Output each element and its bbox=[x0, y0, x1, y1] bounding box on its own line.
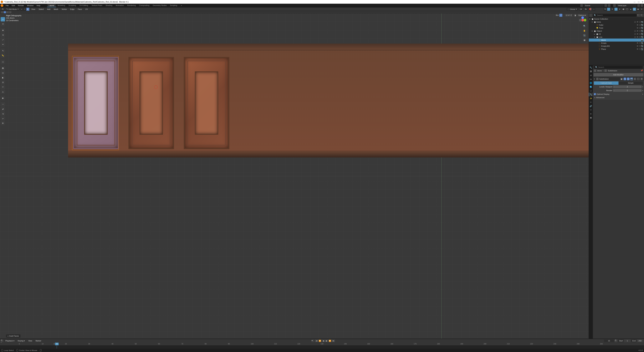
face-select-button[interactable]: ◧ bbox=[26, 8, 29, 11]
hide-toggle[interactable]: 👁 bbox=[636, 42, 639, 44]
outliner-search-input[interactable] bbox=[597, 14, 636, 16]
menu-render[interactable]: Render bbox=[16, 4, 25, 7]
render-toggle[interactable]: 📷 bbox=[641, 27, 643, 29]
tab-world[interactable]: 🌎 bbox=[589, 85, 593, 89]
menu-mesh[interactable]: Mesh bbox=[52, 8, 60, 10]
tab-material[interactable]: ● bbox=[589, 112, 593, 116]
pan-button[interactable]: ✋ bbox=[583, 29, 586, 32]
end-frame-field[interactable]: 250 bbox=[636, 340, 643, 342]
viewlayer-new-icon[interactable] bbox=[637, 4, 640, 7]
menu-vertex[interactable]: Vertex bbox=[60, 8, 68, 10]
workspace-tab-compositing[interactable]: Compositing bbox=[138, 4, 151, 7]
viewlayer-name-field[interactable]: ViewLayer bbox=[616, 4, 636, 7]
menu-edge[interactable]: Edge bbox=[69, 8, 76, 10]
workspace-tab-animation[interactable]: Animation bbox=[114, 4, 126, 7]
render-levels-field[interactable]: ‹ 2 › bbox=[613, 89, 642, 92]
vertex-select-button[interactable]: ▪ bbox=[20, 8, 23, 11]
maximize-button[interactable]: ▢ bbox=[638, 1, 640, 3]
workspace-tab-texture-paint[interactable]: Texture Paint bbox=[90, 4, 104, 7]
mod-cage-toggle[interactable]: ▣ bbox=[620, 78, 623, 80]
sh-btn-1[interactable] bbox=[1, 11, 3, 13]
tree-row[interactable]: ▽doors👁🖵📷 bbox=[589, 38, 644, 41]
disable-toggle[interactable]: 🖵 bbox=[639, 45, 641, 47]
editor-type-dropdown[interactable]: #▾ bbox=[1, 8, 5, 10]
new-collection-button[interactable]: + bbox=[641, 14, 643, 16]
optimal-display-checkbox[interactable]: ✓ bbox=[594, 93, 596, 95]
tool-polybuild[interactable]: ◬ bbox=[1, 89, 5, 94]
levels-inc-button[interactable]: › bbox=[639, 85, 642, 88]
tool-rip[interactable]: ⧉ bbox=[1, 121, 5, 125]
menu-view[interactable]: View bbox=[30, 8, 37, 10]
render-toggle[interactable]: 📷 bbox=[641, 36, 643, 38]
xray-toggle[interactable]: ▦ bbox=[622, 8, 625, 11]
tl-view[interactable]: View bbox=[27, 340, 34, 342]
props-search[interactable]: 🔍 bbox=[594, 66, 643, 69]
disable-toggle[interactable]: 🖵 bbox=[639, 24, 641, 26]
outliner-search[interactable]: 🔍 bbox=[593, 14, 636, 17]
menu-edit[interactable]: Edit bbox=[10, 4, 16, 7]
gizmo-x-icon[interactable] bbox=[581, 19, 584, 21]
workspace-tab-scripting[interactable]: Scripting bbox=[168, 4, 179, 7]
advanced-panel-toggle[interactable]: Advanced bbox=[594, 96, 643, 99]
tool-select-box[interactable]: ▭ bbox=[1, 17, 5, 21]
render-toggle[interactable]: 📷 bbox=[641, 48, 643, 50]
workspace-add-button[interactable]: + bbox=[179, 4, 184, 7]
tool-shear[interactable]: ▱ bbox=[1, 116, 5, 121]
sh-btn-4[interactable] bbox=[9, 11, 12, 13]
timeline-editor-icon[interactable]: ⏱▾ bbox=[1, 340, 3, 342]
tool-loopcut[interactable]: ⊡ bbox=[1, 80, 5, 84]
current-frame-field[interactable]: 15 bbox=[604, 340, 614, 342]
tool-inset[interactable]: ◫ bbox=[1, 71, 5, 75]
tl-keying[interactable]: Keying ▾ bbox=[16, 340, 26, 342]
mod-extras-dropdown[interactable]: ▾ bbox=[634, 78, 636, 80]
gizmo-toggle[interactable]: ↗ bbox=[607, 8, 610, 11]
tab-modifiers[interactable]: 🔧 bbox=[589, 93, 593, 96]
mod-realtime-toggle[interactable]: 🖵 bbox=[627, 78, 630, 80]
crumb-mod[interactable]: Subdivision bbox=[608, 70, 617, 72]
edge-select-button[interactable]: / bbox=[23, 8, 26, 11]
overlay-dropdown[interactable]: ▾ bbox=[618, 8, 621, 10]
hide-toggle[interactable]: 👁 bbox=[636, 33, 639, 35]
hide-toggle[interactable]: 👁 bbox=[636, 24, 639, 26]
optimal-display-row[interactable]: ✓ Optimal Display • bbox=[594, 92, 643, 96]
render-toggle[interactable]: 📷 bbox=[641, 24, 643, 26]
levels-dec-button[interactable]: ‹ bbox=[613, 85, 615, 88]
jump-start-button[interactable]: ⏮ bbox=[315, 339, 318, 342]
mode-dropdown[interactable]: ✎ Edit Mode ▾ bbox=[5, 8, 20, 10]
overlay-toggle[interactable]: ⊙ bbox=[614, 8, 618, 11]
tree-row[interactable]: ▸▣Hi☑👁🖵📷 bbox=[589, 32, 644, 35]
tool-move[interactable]: ✥ bbox=[1, 28, 5, 32]
menu-help[interactable]: Help bbox=[35, 4, 42, 7]
3d-viewport[interactable]: Right Orthographic (15) doors 10 Centime… bbox=[0, 13, 589, 339]
menu-add[interactable]: Add bbox=[46, 8, 52, 10]
disable-toggle[interactable]: 🖵 bbox=[639, 30, 641, 32]
tree-row[interactable]: 💡Point👁🖵📷 bbox=[589, 26, 644, 29]
mod-render-toggle[interactable]: 📷 bbox=[630, 78, 633, 80]
tree-row[interactable]: ▾▣Object☑👁🖵📷 bbox=[589, 29, 644, 32]
workspace-tab-layout[interactable]: Layout bbox=[47, 4, 56, 7]
play-reverse-button[interactable]: ◀ bbox=[322, 339, 325, 342]
snap-dropdown[interactable]: ⧉▾ bbox=[584, 8, 588, 10]
rendered-shading-button[interactable]: ◉ bbox=[636, 8, 640, 11]
disable-toggle[interactable]: 🖵 bbox=[639, 42, 641, 44]
tool-knife[interactable]: ✂ bbox=[1, 85, 5, 89]
workspace-tab-uv-editing[interactable]: UV Editing bbox=[78, 4, 90, 7]
workspace-tab-shading[interactable]: Shading bbox=[104, 4, 114, 7]
tab-render[interactable]: 🖼 bbox=[589, 69, 593, 73]
gizmo-neg-icon[interactable] bbox=[579, 19, 582, 21]
filter-button[interactable]: ▿ bbox=[637, 14, 640, 16]
exclude-toggle[interactable]: ☑ bbox=[634, 33, 636, 35]
workspace-tab-sculpting[interactable]: Sculpting bbox=[67, 4, 78, 7]
exclude-toggle[interactable]: ☑ bbox=[634, 30, 636, 32]
render-dec-button[interactable]: ‹ bbox=[613, 89, 615, 92]
hide-toggle[interactable]: 👁 bbox=[636, 27, 639, 29]
autokey-toggle[interactable]: ● bbox=[312, 340, 314, 342]
render-toggle[interactable]: 📷 bbox=[641, 30, 643, 32]
scene-name-field[interactable]: Scene bbox=[584, 4, 604, 7]
blender-icon[interactable] bbox=[1, 4, 3, 7]
disable-toggle[interactable]: 🖵 bbox=[639, 36, 641, 38]
options-split-icon[interactable]: ◨ bbox=[574, 14, 576, 17]
field-dot-icon[interactable]: • bbox=[642, 86, 643, 88]
crumb-object[interactable]: doors bbox=[597, 70, 602, 72]
render-toggle[interactable]: 📷 bbox=[641, 33, 643, 35]
